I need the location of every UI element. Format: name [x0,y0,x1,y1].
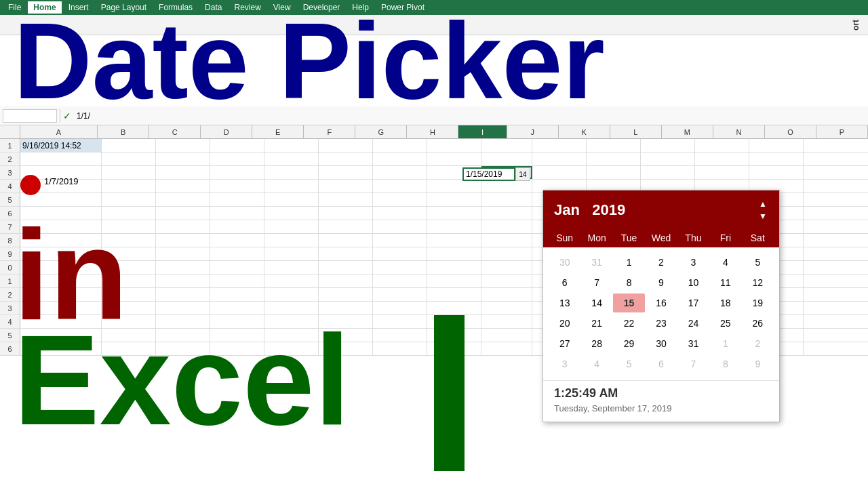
cal-day[interactable]: 2 [645,253,677,272]
col-header-n[interactable]: N [713,125,765,138]
cal-day[interactable]: 9 [645,273,677,292]
name-box[interactable]: I3 [3,109,57,123]
col-header-i[interactable]: I [458,125,507,138]
menu-developer[interactable]: Developer [298,1,346,14]
cell-c3[interactable] [156,166,210,179]
cal-day[interactable]: 4 [580,354,612,373]
cal-day[interactable]: 29 [613,334,645,353]
calendar-prev-btn[interactable]: ▲ [757,199,768,209]
cal-day[interactable]: 14 [580,293,612,312]
cal-day[interactable]: 26 [742,314,774,333]
menu-help[interactable]: Help [347,1,374,14]
cal-day[interactable]: 18 [709,293,741,312]
cell-n3[interactable] [749,166,804,179]
cell-h2[interactable] [427,152,481,165]
menu-home[interactable]: Home [28,1,61,14]
cell-e2[interactable] [264,152,319,165]
menu-page-layout[interactable]: Page Layout [96,1,152,14]
cal-day[interactable]: 30 [549,253,580,272]
cal-day[interactable]: 8 [613,273,645,292]
cell-g3[interactable] [373,166,427,179]
menu-power-pivot[interactable]: Power Pivot [376,1,430,14]
formula-check[interactable]: ✓ [63,110,71,121]
col-header-o[interactable]: O [765,125,816,138]
cell-l1[interactable] [641,139,695,152]
cal-day[interactable]: 25 [709,314,741,333]
cell-f3[interactable] [319,166,373,179]
menu-data[interactable]: Data [199,1,227,14]
calendar-next-btn[interactable]: ▼ [757,211,768,222]
col-header-p[interactable]: P [816,125,868,138]
cell-a2[interactable] [20,152,102,165]
cal-day[interactable]: 11 [709,273,741,292]
menu-view[interactable]: View [268,1,296,14]
cal-day[interactable]: 28 [580,334,612,353]
cal-day[interactable]: 24 [677,314,709,333]
cal-day[interactable]: 9 [742,354,774,373]
cell-f1[interactable] [319,139,373,152]
menu-file[interactable]: File [3,1,26,14]
cell-j1[interactable] [532,139,587,152]
cal-day[interactable]: 5 [613,354,645,373]
cell-b3[interactable] [102,166,156,179]
cal-day[interactable]: 1 [709,334,741,353]
col-header-d[interactable]: D [201,125,252,138]
cell-n2[interactable] [749,152,804,165]
cal-day[interactable]: 21 [580,314,612,333]
col-header-l[interactable]: L [610,125,662,138]
cell-k2[interactable] [587,152,641,165]
cell-a3-date[interactable]: 1/7/2019 [44,176,79,186]
cal-day[interactable]: 12 [742,273,774,292]
cell-j3[interactable] [532,166,587,179]
cal-day[interactable]: 6 [549,273,580,292]
cal-day[interactable]: 10 [677,273,709,292]
cal-day[interactable]: 6 [645,354,677,373]
cell-a1[interactable]: 9/16/2019 14:52 [20,139,102,152]
cal-day[interactable]: 3 [677,253,709,272]
cal-day[interactable]: 17 [677,293,709,312]
col-header-k[interactable]: K [559,125,610,138]
cell-m2[interactable] [695,152,749,165]
cell-d1[interactable] [210,139,264,152]
cal-day[interactable]: 31 [677,334,709,353]
cell-g1[interactable] [373,139,427,152]
cal-day[interactable]: 4 [709,253,741,272]
col-header-f[interactable]: F [304,125,355,138]
col-header-b[interactable]: B [98,125,149,138]
cal-day[interactable]: 7 [677,354,709,373]
cal-day[interactable]: 7 [580,273,612,292]
cal-day[interactable]: 31 [580,253,612,272]
cell-b1[interactable] [102,139,156,152]
col-header-j[interactable]: J [507,125,559,138]
cal-day[interactable]: 13 [549,293,580,312]
menu-review[interactable]: Review [229,1,266,14]
cell-k1[interactable] [587,139,641,152]
cell-c2[interactable] [156,152,210,165]
col-header-h[interactable]: H [407,125,458,138]
cal-day-selected[interactable]: 15 [613,293,645,312]
cal-day[interactable]: 20 [549,314,580,333]
cell-b2[interactable] [102,152,156,165]
cell-i2[interactable] [481,152,532,165]
cal-day[interactable]: 27 [549,334,580,353]
cell-c1[interactable] [156,139,210,152]
formula-content[interactable]: 1/1/ [74,110,865,122]
cal-day[interactable]: 2 [742,334,774,353]
cal-day[interactable]: 16 [645,293,677,312]
cell-d2[interactable] [210,152,264,165]
col-header-e[interactable]: E [252,125,304,138]
cal-day[interactable]: 3 [549,354,580,373]
datepicker-button[interactable]: 14 [515,167,530,181]
cell-m1[interactable] [695,139,749,152]
cal-day[interactable]: 30 [645,334,677,353]
col-header-a[interactable]: A [20,125,98,138]
cal-day[interactable]: 8 [709,354,741,373]
cell-g2[interactable] [373,152,427,165]
menu-insert[interactable]: Insert [63,1,94,14]
cell-h1[interactable] [427,139,481,152]
cell-n1[interactable] [749,139,804,152]
cell-e1[interactable] [264,139,319,152]
cell-l3[interactable] [641,166,695,179]
col-header-g[interactable]: G [355,125,407,138]
cal-day[interactable]: 23 [645,314,677,333]
